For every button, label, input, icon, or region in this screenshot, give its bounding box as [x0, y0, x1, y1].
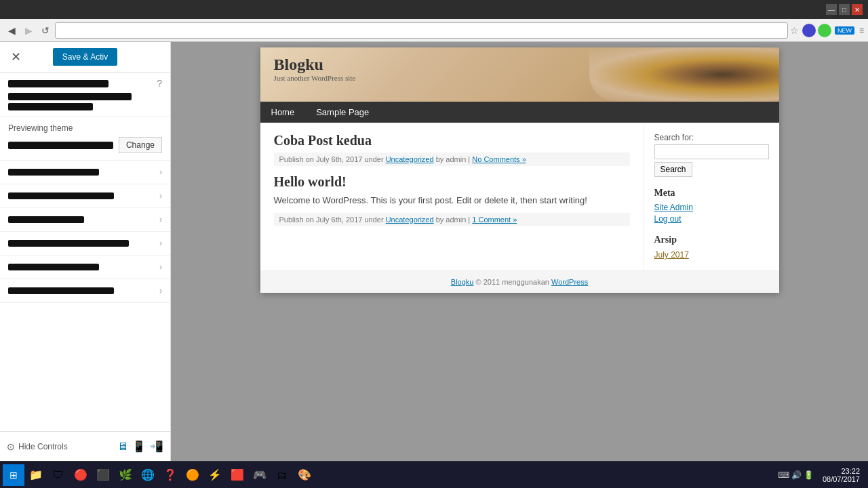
customizer-menu-item-4[interactable]: › — [0, 232, 170, 256]
nav-home[interactable]: Home — [260, 102, 306, 123]
more-options-icon: ≡ — [859, 26, 864, 35]
customizer-footer: ⊙ Hide Controls 🖥 📱 📲 — [0, 431, 170, 461]
customizer-menu-item-5[interactable]: › — [0, 256, 170, 279]
taskbar-icon-app9[interactable]: ⚡ — [204, 464, 226, 486]
wp-navigation: Home Sample Page — [260, 102, 779, 123]
search-label: Search for: — [654, 133, 769, 142]
taskbar-icon-app8[interactable]: 🟠 — [182, 464, 203, 486]
browser-ext-2 — [818, 24, 831, 37]
customizer-menu-item-2[interactable]: › — [0, 184, 170, 208]
browser-titlebar: — □ ✕ — [0, 0, 868, 19]
arsip-july-2017[interactable]: July 2017 — [654, 250, 689, 260]
wp-header: Blogku Just another WordPress site — [260, 47, 779, 102]
change-theme-button[interactable]: Change — [119, 137, 162, 153]
preview-area: Blogku Just another WordPress site Home … — [171, 42, 868, 461]
taskbar-icon-files[interactable]: 📁 — [25, 464, 47, 486]
search-widget: Search for: Search — [654, 133, 769, 177]
browser-new-badge: NEW — [835, 26, 854, 35]
browser-ext-1 — [802, 24, 816, 37]
taskbar-icon-app13[interactable]: 🎨 — [294, 464, 315, 486]
site-tagline: Just another WordPress site — [274, 74, 766, 82]
help-icon[interactable]: ? — [157, 78, 162, 89]
keyboard-icon: ⌨ — [778, 470, 789, 480]
site-title: Blogku — [274, 56, 766, 74]
chevron-right-icon-3: › — [159, 215, 162, 224]
close-button[interactable]: ✕ — [852, 4, 863, 15]
taskbar: ⊞ 📁 🛡 🔴 ⬛ 🌿 🌐 ❓ 🟠 ⚡ 🟥 🎮 🗂 🎨 ⌨ 🔊 🔋 23:22 … — [0, 461, 868, 488]
customizer-body: ? Previewing theme Change › — [0, 73, 170, 431]
arsip-widget: Arsip July 2017 — [654, 235, 769, 260]
wp-content-area: Coba Post kedua Publish on July 6th, 201… — [260, 123, 779, 270]
desktop-view-button[interactable]: 🖥 — [117, 440, 128, 453]
reload-button[interactable]: ↺ — [38, 23, 53, 38]
post-2-meta: Publish on July 6th, 2017 under Uncatego… — [274, 213, 630, 226]
taskbar-icon-app3[interactable]: 🔴 — [70, 464, 92, 486]
start-button[interactable]: ⊞ — [3, 464, 24, 486]
footer-wp-link[interactable]: WordPress — [551, 278, 588, 286]
customizer-header: ✕ Save & Activ — [0, 42, 170, 73]
wp-main-content: Coba Post kedua Publish on July 6th, 201… — [260, 123, 644, 270]
chevron-right-icon: › — [159, 167, 162, 177]
taskbar-clock: 23:22 08/07/2017 — [817, 467, 865, 483]
taskbar-icon-app4[interactable]: ⬛ — [92, 464, 114, 486]
date-display: 08/07/2017 — [823, 475, 860, 483]
search-button[interactable]: Search — [654, 162, 692, 177]
customizer-top-section: ? — [0, 73, 170, 117]
post-1-category[interactable]: Uncategorized — [386, 155, 434, 163]
time-display: 23:22 — [841, 467, 860, 475]
chevron-right-icon-4: › — [159, 239, 162, 248]
taskbar-icon-steam[interactable]: 🎮 — [249, 464, 271, 486]
footer-site-link[interactable]: Blogku — [451, 278, 474, 286]
customizer-sidebar: ✕ Save & Activ ? Previewing theme — [0, 42, 171, 461]
mobile-view-button[interactable]: 📲 — [150, 440, 163, 453]
customizer-menu-item-6[interactable]: › — [0, 279, 170, 303]
chevron-right-icon-5: › — [159, 262, 162, 272]
search-input[interactable] — [654, 144, 769, 159]
post-1-comments[interactable]: No Comments » — [472, 155, 526, 163]
post-1-meta: Publish on July 6th, 2017 under Uncatego… — [274, 152, 630, 166]
customizer-menu-item-3[interactable]: › — [0, 208, 170, 232]
hide-controls-button[interactable]: ⊙ Hide Controls — [7, 441, 68, 452]
taskbar-icon-app7[interactable]: ❓ — [159, 464, 181, 486]
tablet-view-button[interactable]: 📱 — [132, 440, 146, 453]
taskbar-icon-app5[interactable]: 🌿 — [115, 464, 136, 486]
post-2-comments[interactable]: 1 Comment » — [472, 216, 517, 224]
previewing-theme-section: Previewing theme Change — [0, 117, 170, 161]
taskbar-tray: ⌨ 🔊 🔋 — [775, 470, 816, 480]
taskbar-icon-app12[interactable]: 🗂 — [271, 464, 293, 486]
customizer-menu-item-1[interactable]: › — [0, 161, 170, 184]
post-1-title: Coba Post kedua — [274, 133, 630, 148]
save-activate-button[interactable]: Save & Activ — [53, 48, 117, 66]
chevron-right-icon-2: › — [159, 191, 162, 201]
wp-post-1: Coba Post kedua Publish on July 6th, 201… — [274, 133, 630, 166]
wp-post-2: Hello world! Welcome to WordPress. This … — [274, 174, 630, 226]
post-2-title: Hello world! — [274, 174, 630, 190]
chevron-right-icon-6: › — [159, 286, 162, 296]
taskbar-icon-app10[interactable]: 🟥 — [226, 464, 248, 486]
battery-icon: 🔋 — [804, 470, 814, 480]
browser-toolbar: ◀ ▶ ↺ localhost/wordpress/wp-admin/custo… — [0, 19, 868, 42]
hide-controls-icon: ⊙ — [7, 441, 15, 452]
maximize-button[interactable]: □ — [839, 4, 850, 15]
customizer-close-button[interactable]: ✕ — [5, 47, 26, 67]
post-2-category[interactable]: Uncategorized — [386, 216, 434, 224]
previewing-theme-label: Previewing theme — [8, 123, 162, 133]
meta-log-out[interactable]: Log out — [654, 214, 769, 224]
meta-site-admin[interactable]: Site Admin — [654, 203, 769, 212]
star-icon: ☆ — [790, 25, 799, 36]
taskbar-icon-kaspersky[interactable]: 🛡 — [47, 464, 69, 486]
back-button[interactable]: ◀ — [4, 23, 19, 38]
meta-widget: Meta Site Admin Log out — [654, 188, 769, 224]
arsip-title: Arsip — [654, 235, 769, 245]
minimize-button[interactable]: — — [826, 4, 837, 15]
forward-button[interactable]: ▶ — [21, 23, 36, 38]
volume-icon: 🔊 — [791, 470, 802, 480]
device-buttons: 🖥 📱 📲 — [117, 440, 163, 453]
post-2-body: Welcome to WordPress. This is your first… — [274, 194, 630, 207]
taskbar-icon-chrome[interactable]: 🌐 — [137, 464, 159, 486]
address-bar[interactable]: localhost/wordpress/wp-admin/customize.p… — [55, 22, 788, 39]
wp-sidebar: Search for: Search Meta Site Admin Log o… — [644, 123, 779, 270]
nav-sample-page[interactable]: Sample Page — [305, 102, 380, 123]
wordpress-preview-frame: Blogku Just another WordPress site Home … — [260, 47, 779, 293]
meta-title: Meta — [654, 188, 769, 199]
